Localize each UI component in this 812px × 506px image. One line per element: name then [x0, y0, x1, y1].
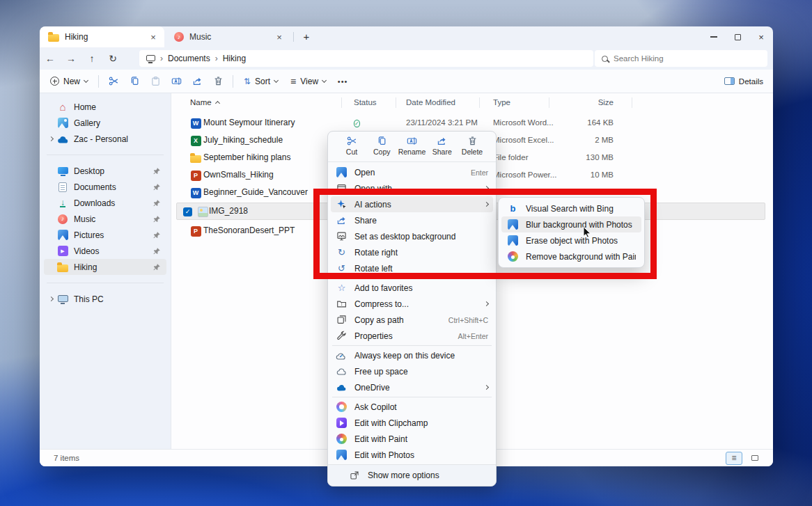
- desktop-background-icon: [336, 231, 347, 242]
- sidebar-item-gallery[interactable]: Gallery: [44, 115, 166, 131]
- sort-button[interactable]: ⇅ Sort: [237, 72, 284, 91]
- column-divider[interactable]: [479, 97, 480, 108]
- menu-item-edit-with-photos[interactable]: Edit with Photos: [331, 447, 493, 463]
- file-name: Mount Seymour Itinerary: [203, 118, 295, 127]
- column-header-date-modified[interactable]: Date Modified: [406, 98, 455, 106]
- menu-item-properties[interactable]: Properties Alt+Enter: [331, 328, 493, 344]
- desktop-icon: [146, 55, 155, 61]
- tab-music[interactable]: ♪ Music ×: [166, 26, 290, 47]
- checkbox-checked[interactable]: ✓: [183, 207, 192, 216]
- paste-button[interactable]: [145, 72, 166, 91]
- pin-icon: [153, 183, 161, 191]
- copy-command[interactable]: Copy: [368, 136, 396, 156]
- details-view-button[interactable]: ≡: [726, 452, 742, 465]
- sidebar-item-music[interactable]: ♪ Music: [44, 211, 166, 227]
- column-header-name[interactable]: Name: [190, 98, 219, 106]
- forward-button[interactable]: →: [61, 53, 81, 64]
- breadcrumb-documents[interactable]: Documents: [168, 54, 210, 63]
- menu-item-always-keep-on-device[interactable]: ✓ Always keep on this device: [331, 347, 493, 363]
- minimize-button[interactable]: [702, 26, 726, 47]
- sidebar-item-hiking[interactable]: Hiking: [44, 259, 166, 275]
- new-button[interactable]: New: [44, 72, 94, 91]
- chevron-right-icon[interactable]: [49, 136, 54, 141]
- sidebar-item-label: Hiking: [74, 262, 153, 272]
- items-count: 7 items: [54, 454, 79, 462]
- sidebar-item-home[interactable]: ⌂ Home: [44, 99, 166, 115]
- file-row-mount-seymour[interactable]: W Mount Seymour Itinerary ✓ 23/11/2024 3…: [171, 114, 773, 132]
- menu-item-copy-as-path[interactable]: Copy as path Ctrl+Shift+C: [331, 312, 493, 328]
- back-button[interactable]: ←: [40, 53, 61, 64]
- view-button[interactable]: ≡ View: [284, 72, 332, 91]
- chevron-right-icon[interactable]: [49, 297, 54, 301]
- submenu-item-remove-background-paint[interactable]: Remove background with Paint: [501, 248, 641, 264]
- breadcrumb[interactable]: › Documents › Hiking: [139, 50, 593, 67]
- folder-icon: [57, 264, 68, 272]
- thumbnail-view-icon: [751, 455, 758, 461]
- menu-item-ai-actions[interactable]: AI actions: [331, 196, 493, 212]
- delete-command[interactable]: Delete: [458, 136, 486, 156]
- column-divider[interactable]: [396, 97, 396, 108]
- submenu-item-blur-background-photos[interactable]: Blur background with Photos: [501, 216, 641, 232]
- sidebar-item-documents[interactable]: Documents: [44, 179, 166, 195]
- share-button[interactable]: [187, 72, 208, 91]
- menu-item-rotate-right[interactable]: ↻ Rotate right: [331, 244, 493, 260]
- refresh-button[interactable]: ↻: [102, 53, 123, 64]
- chevron-down-icon: [84, 77, 88, 82]
- sidebar-item-videos[interactable]: ▶ Videos: [44, 243, 166, 259]
- new-tab-button[interactable]: +: [299, 29, 314, 45]
- column-header-type[interactable]: Type: [493, 98, 510, 106]
- menu-item-share[interactable]: Share: [331, 212, 493, 228]
- sidebar-item-onedrive-personal[interactable]: Zac - Personal: [44, 131, 166, 147]
- submenu-item-erase-object-photos[interactable]: Erase object with Photos: [501, 232, 641, 248]
- menu-item-free-up-space[interactable]: Free up space: [331, 363, 493, 379]
- tab-label: Music: [189, 32, 268, 42]
- menu-item-add-to-favorites[interactable]: ☆ Add to favorites: [331, 280, 493, 296]
- menu-item-compress-to[interactable]: Compress to...: [331, 296, 493, 312]
- rename-command[interactable]: Rename: [398, 136, 426, 156]
- tab-hiking[interactable]: Hiking ×: [40, 26, 164, 47]
- sidebar-item-downloads[interactable]: ↓ Downloads: [44, 195, 166, 211]
- column-divider[interactable]: [632, 97, 632, 108]
- column-divider[interactable]: [341, 97, 342, 108]
- media-player-icon: ♪: [174, 32, 184, 42]
- menu-item-show-more-options[interactable]: Show more options: [328, 464, 496, 486]
- submenu-item-visual-search-bing[interactable]: b Visual Search with Bing: [501, 200, 641, 216]
- tab-close-icon[interactable]: ×: [148, 32, 159, 42]
- search-box[interactable]: Search Hiking: [595, 50, 767, 67]
- menu-separator: [332, 345, 492, 346]
- synced-status-icon: ✓: [354, 120, 360, 127]
- sidebar-item-desktop[interactable]: Desktop: [44, 163, 166, 179]
- menu-item-onedrive[interactable]: OneDrive: [331, 379, 493, 395]
- breadcrumb-separator: ›: [160, 54, 163, 63]
- menu-item-edit-with-clipchamp[interactable]: Edit with Clipchamp: [331, 415, 493, 431]
- cut-button[interactable]: [103, 72, 124, 91]
- maximize-button[interactable]: [726, 26, 749, 47]
- menu-item-set-desktop-background[interactable]: Set as desktop background: [331, 228, 493, 244]
- column-header-size[interactable]: Size: [598, 98, 614, 106]
- breadcrumb-hiking[interactable]: Hiking: [223, 54, 246, 63]
- word-file-icon: W: [191, 118, 201, 129]
- column-header-status[interactable]: Status: [354, 98, 377, 106]
- sidebar-item-pictures[interactable]: Pictures: [44, 227, 166, 243]
- delete-button[interactable]: [208, 72, 228, 91]
- copy-button[interactable]: [124, 72, 145, 91]
- details-pane-button[interactable]: Details: [724, 77, 773, 86]
- menu-item-edit-with-paint[interactable]: Edit with Paint: [331, 431, 493, 447]
- column-divider[interactable]: [549, 97, 549, 108]
- close-button[interactable]: ×: [749, 26, 773, 47]
- menu-item-open[interactable]: Open Enter: [331, 164, 493, 180]
- cut-command[interactable]: Cut: [338, 136, 366, 156]
- menu-item-ask-copilot[interactable]: Ask Copilot: [331, 399, 493, 415]
- search-icon: [602, 56, 608, 62]
- tab-close-icon[interactable]: ×: [274, 32, 285, 42]
- menu-item-open-with[interactable]: Open with: [331, 180, 493, 196]
- rename-button[interactable]: [166, 72, 187, 91]
- more-options-button[interactable]: •••: [332, 72, 353, 91]
- menu-item-rotate-left[interactable]: ↺ Rotate left: [331, 260, 493, 276]
- file-name: July_hiking_schedule: [203, 135, 283, 145]
- thumbnail-view-button[interactable]: [747, 452, 763, 465]
- context-menu-command-bar: Cut Copy Rename Share Delete: [328, 132, 496, 162]
- up-button[interactable]: ↑: [81, 53, 102, 64]
- share-command[interactable]: Share: [428, 136, 456, 156]
- sidebar-item-this-pc[interactable]: This PC: [44, 291, 166, 307]
